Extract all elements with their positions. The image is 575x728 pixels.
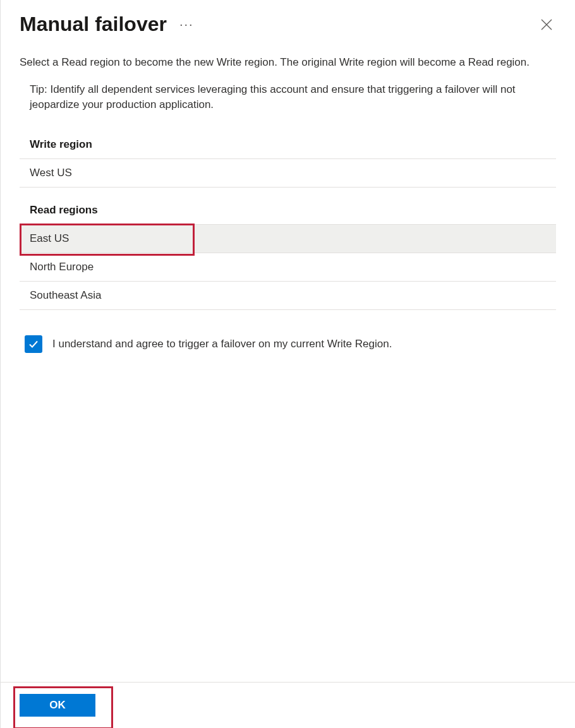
consent-label: I understand and agree to trigger a fail…: [52, 338, 392, 350]
panel-footer: OK: [1, 682, 575, 728]
manual-failover-panel: Manual failover ··· Select a Read region…: [1, 0, 575, 728]
read-region-row[interactable]: Southeast Asia: [20, 282, 556, 310]
more-options-icon[interactable]: ···: [179, 17, 194, 32]
read-regions-list: East USNorth EuropeSoutheast Asia: [20, 225, 556, 310]
panel-header: Manual failover ···: [1, 0, 575, 42]
tip-text: Tip: Identify all dependent services lev…: [30, 82, 556, 113]
consent-row: I understand and agree to trigger a fail…: [20, 335, 556, 353]
read-region-row[interactable]: East US: [20, 225, 556, 253]
intro-text: Select a Read region to become the new W…: [20, 55, 556, 71]
close-button[interactable]: [537, 15, 556, 34]
read-region-row[interactable]: North Europe: [20, 253, 556, 282]
checkmark-icon: [28, 338, 39, 350]
write-region-section: Write region West US: [20, 133, 556, 188]
title-wrap: Manual failover ···: [20, 13, 194, 36]
consent-checkbox[interactable]: [25, 335, 42, 353]
panel-title: Manual failover: [20, 13, 167, 36]
write-region-row: West US: [20, 159, 556, 188]
panel-content: Select a Read region to become the new W…: [1, 42, 575, 682]
close-icon: [541, 19, 552, 30]
read-regions-section: Read regions East USNorth EuropeSoutheas…: [20, 199, 556, 335]
write-region-heading: Write region: [20, 133, 556, 159]
ok-button[interactable]: OK: [20, 694, 95, 717]
read-regions-heading: Read regions: [20, 199, 556, 225]
